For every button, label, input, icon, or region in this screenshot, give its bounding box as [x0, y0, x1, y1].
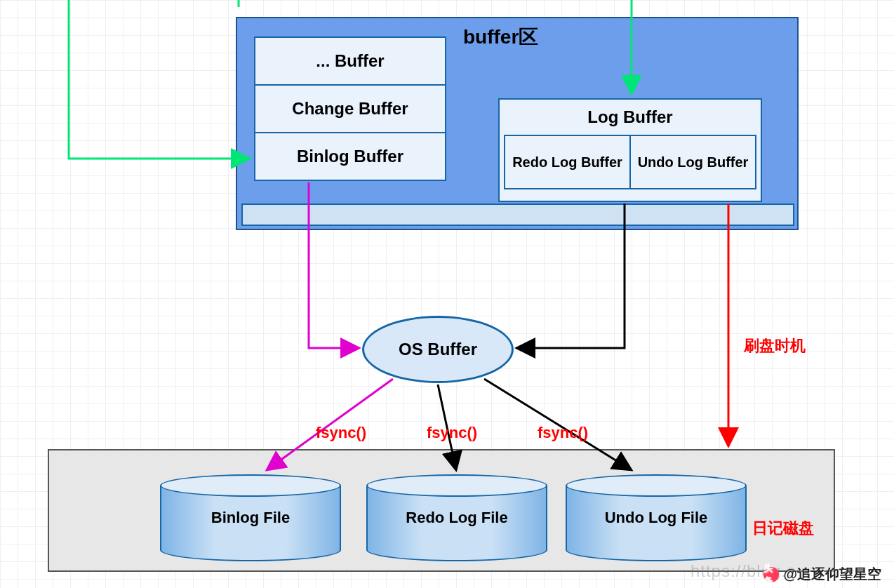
cylinder-undo: Undo Log File	[566, 474, 747, 561]
cylinder-top	[160, 474, 341, 497]
edge-label-fsync-undo: fsync()	[538, 424, 588, 442]
buffer-stack-row-other: ... Buffer	[254, 36, 446, 86]
cylinder-top	[566, 474, 747, 497]
edge-label-fsync-redo: fsync()	[427, 424, 477, 442]
log-buffer-cell-redo: Redo Log Buffer	[504, 135, 631, 189]
watermark-author: 头条 @追逐仰望星空	[763, 565, 881, 584]
cylinder-label: Redo Log File	[406, 509, 507, 527]
edge-label-flush-timing: 刷盘时机	[744, 335, 806, 356]
buffer-stack-row-change: Change Buffer	[254, 84, 446, 133]
os-buffer-ellipse: OS Buffer	[362, 316, 514, 383]
edge-label-fsync-binlog: fsync()	[316, 424, 366, 442]
log-buffer-outer: Log Buffer Redo Log Buffer Undo Log Buff…	[498, 98, 762, 202]
cylinder-label: Binlog File	[211, 509, 290, 527]
log-buffer-cell-label: Undo Log Buffer	[638, 154, 749, 171]
log-buffer-box: Log Buffer Redo Log Buffer Undo Log Buff…	[498, 98, 762, 202]
log-buffer-cell-undo: Undo Log Buffer	[629, 135, 756, 189]
buffer-zone-title: buffer区	[463, 24, 538, 51]
log-buffer-cell-label: Redo Log Buffer	[512, 154, 622, 171]
watermark-author-text: @追逐仰望星空	[783, 565, 881, 584]
cylinder-top	[366, 474, 547, 497]
cylinder-binlog: Binlog File	[160, 474, 341, 561]
os-buffer-label: OS Buffer	[399, 340, 477, 359]
buffer-stack-label: Change Buffer	[292, 99, 408, 119]
disk-zone-label: 日记磁盘	[752, 518, 814, 539]
buffer-stack-label: ... Buffer	[316, 51, 384, 71]
log-buffer-cells: Redo Log Buffer Undo Log Buffer	[504, 135, 756, 189]
buffer-stack: ... Buffer Change Buffer Binlog Buffer	[254, 36, 446, 181]
log-buffer-title: Log Buffer	[500, 100, 761, 135]
cylinder-label: Undo Log File	[605, 509, 708, 527]
buffer-stack-label: Binlog Buffer	[297, 147, 403, 166]
buffer-zone-inner-strip	[241, 203, 794, 226]
watermark-logo-icon: 头条	[763, 567, 779, 582]
buffer-stack-row-binlog: Binlog Buffer	[254, 132, 446, 181]
cylinder-redo: Redo Log File	[366, 474, 547, 561]
